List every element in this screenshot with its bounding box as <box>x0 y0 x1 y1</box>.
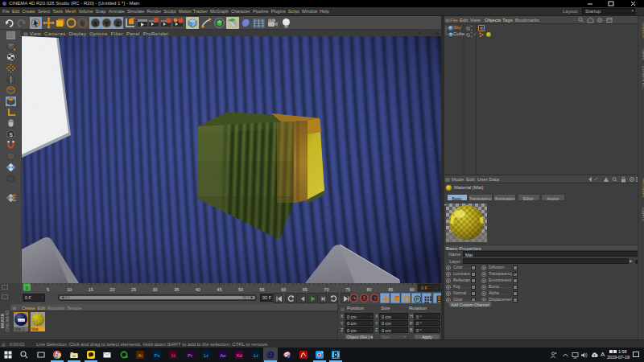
svg-text:Id: Id <box>171 352 175 357</box>
svg-text:↕: ↕ <box>436 286 437 290</box>
svg-text:Y: Y <box>105 20 109 27</box>
svg-text:45: 45 <box>217 287 221 292</box>
svg-text:Ai: Ai <box>138 352 142 357</box>
svg-text:50: 50 <box>238 287 243 292</box>
svg-text:0 F: 0 F <box>421 286 428 290</box>
svg-text:Z: Z <box>116 20 120 27</box>
svg-text:S: S <box>9 132 13 138</box>
svg-text:P: P <box>415 297 419 302</box>
svg-text:Lr: Lr <box>254 352 258 357</box>
svg-text:Lr: Lr <box>204 352 208 357</box>
svg-text:?: ? <box>374 296 377 301</box>
svg-text:5: 5 <box>47 287 49 292</box>
svg-text:65: 65 <box>303 287 308 292</box>
svg-text:90: 90 <box>410 287 415 292</box>
svg-text:X: X <box>93 20 98 27</box>
svg-text:Xd: Xd <box>236 352 242 357</box>
svg-text:55: 55 <box>260 287 265 292</box>
svg-text:20: 20 <box>109 287 114 292</box>
svg-text:30: 30 <box>153 287 158 292</box>
svg-text:25: 25 <box>131 287 136 292</box>
svg-text:60: 60 <box>281 287 286 292</box>
svg-text:75: 75 <box>345 287 350 292</box>
svg-text:80: 80 <box>367 287 372 292</box>
svg-text:Ae: Ae <box>220 352 226 357</box>
svg-text:15: 15 <box>89 287 93 292</box>
svg-text:85: 85 <box>388 287 393 292</box>
svg-text:35: 35 <box>174 287 179 292</box>
svg-text:40: 40 <box>196 287 200 292</box>
svg-text:Pr: Pr <box>188 352 192 357</box>
svg-text:70: 70 <box>324 287 328 292</box>
svg-text:Ps: Ps <box>154 352 159 357</box>
svg-text:10: 10 <box>67 287 72 292</box>
